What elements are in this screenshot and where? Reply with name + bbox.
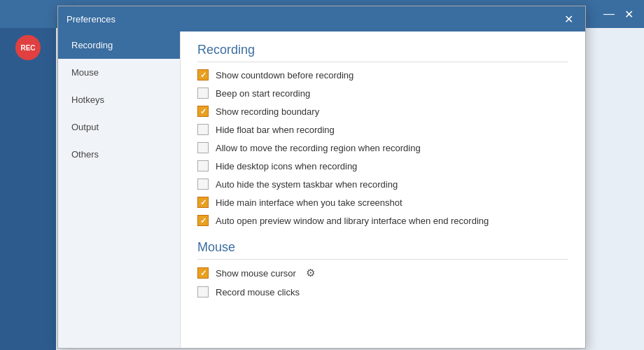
label-moveregion: Allow to move the recording region when … xyxy=(216,143,421,153)
recording-option-countdown: Show countdown before recording xyxy=(197,69,568,80)
bg-minimize-btn[interactable]: — xyxy=(599,4,619,24)
label-taskbar: Auto hide the system taskbar when record… xyxy=(216,179,398,190)
mouse-section-title: Mouse xyxy=(197,240,568,260)
recording-options-list: Show countdown before recordingBeep on s… xyxy=(197,69,568,226)
recording-option-floatbar: Hide float bar when recording xyxy=(197,124,568,135)
label-recordclicks: Record mouse clicks xyxy=(216,287,300,298)
preferences-dialog: Preferences ✕ RecordingMouseHotkeysOutpu… xyxy=(57,6,586,349)
bg-close-btn[interactable]: ✕ xyxy=(619,4,638,24)
recording-option-moveregion: Allow to move the recording region when … xyxy=(197,142,568,153)
dialog-title: Preferences xyxy=(66,14,560,24)
pref-sidebar: RecordingMouseHotkeysOutputOthers xyxy=(58,31,181,348)
label-boundary: Show recording boundary xyxy=(216,106,319,117)
label-countdown: Show countdown before recording xyxy=(216,70,354,80)
gear-icon-showcursor[interactable]: ⚙ xyxy=(306,267,315,279)
label-autoopen: Auto open preview window and library int… xyxy=(216,216,489,226)
label-showcursor: Show mouse cursor xyxy=(216,268,296,279)
recording-option-autoopen: Auto open preview window and library int… xyxy=(197,215,568,226)
checkbox-floatbar[interactable] xyxy=(197,124,209,135)
rec-badge: REC xyxy=(15,35,41,60)
checkbox-autoopen[interactable] xyxy=(197,215,209,226)
dialog-titlebar: Preferences ✕ xyxy=(58,6,585,31)
mouse-options-list: Show mouse cursor⚙Record mouse clicks xyxy=(197,267,568,298)
dialog-body: RecordingMouseHotkeysOutputOthers Record… xyxy=(58,31,585,348)
nav-item-others[interactable]: Others xyxy=(58,141,180,168)
label-hideinterface: Hide main interface when you take screen… xyxy=(216,197,402,208)
nav-item-mouse[interactable]: Mouse xyxy=(58,59,180,86)
nav-item-output[interactable]: Output xyxy=(58,113,180,141)
pref-content: Recording Show countdown before recordin… xyxy=(181,31,585,348)
checkbox-showcursor[interactable] xyxy=(197,267,209,279)
checkbox-hideinterface[interactable] xyxy=(197,197,209,208)
label-floatbar: Hide float bar when recording xyxy=(216,125,335,135)
nav-item-recording[interactable]: Recording xyxy=(58,31,180,59)
recording-option-beep: Beep on start recording xyxy=(197,88,568,99)
recording-option-boundary: Show recording boundary xyxy=(197,106,568,117)
label-desktopicons: Hide desktop icons when recording xyxy=(216,161,357,172)
checkbox-desktopicons[interactable] xyxy=(197,160,209,172)
checkbox-countdown[interactable] xyxy=(197,69,209,80)
label-beep: Beep on start recording xyxy=(216,88,310,99)
mouse-option-showcursor: Show mouse cursor⚙ xyxy=(197,267,568,279)
checkbox-recordclicks[interactable] xyxy=(197,286,209,298)
recording-option-desktopicons: Hide desktop icons when recording xyxy=(197,160,568,172)
bg-sidebar: REC xyxy=(0,28,56,350)
recording-option-hideinterface: Hide main interface when you take screen… xyxy=(197,197,568,208)
checkbox-taskbar[interactable] xyxy=(197,178,209,190)
nav-item-hotkeys[interactable]: Hotkeys xyxy=(58,86,180,113)
checkbox-boundary[interactable] xyxy=(197,106,209,117)
recording-option-taskbar: Auto hide the system taskbar when record… xyxy=(197,178,568,190)
dialog-close-button[interactable]: ✕ xyxy=(560,10,577,27)
recording-section-title: Recording xyxy=(197,43,568,62)
checkbox-beep[interactable] xyxy=(197,88,209,99)
mouse-option-recordclicks: Record mouse clicks xyxy=(197,286,568,298)
checkbox-moveregion[interactable] xyxy=(197,142,209,153)
